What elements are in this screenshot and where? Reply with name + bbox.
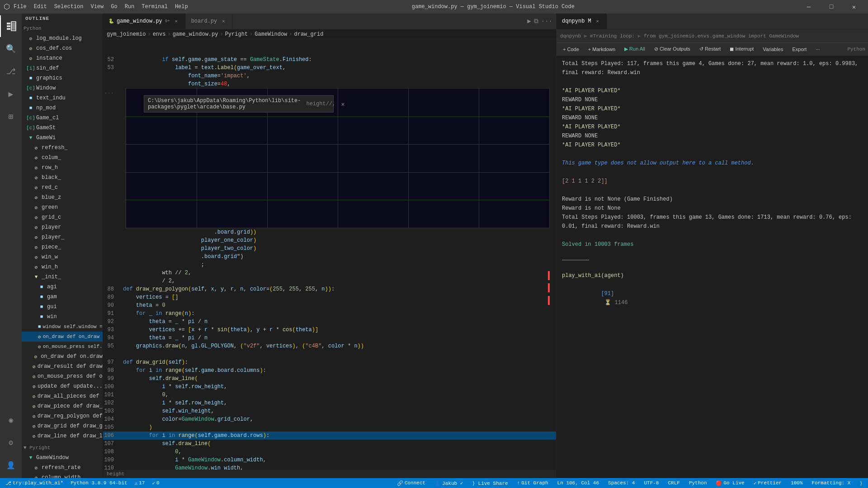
statusbar-language[interactable]: Python: [687, 480, 709, 486]
tab-close-dqnpynb[interactable]: ✕: [594, 18, 601, 25]
sidebar-item-log[interactable]: ⊘log_module.log: [22, 33, 103, 43]
menu-selection[interactable]: Selection: [54, 4, 84, 10]
statusbar-branch[interactable]: ⎇ try:play_with_ai*: [4, 480, 65, 486]
sidebar-item-agi[interactable]: ■agi: [22, 282, 103, 292]
breadcrumb-drawgrid[interactable]: draw_grid: [294, 31, 324, 38]
run-icon[interactable]: ▶: [527, 17, 531, 25]
hover-popup-close-button[interactable]: ✕: [341, 100, 344, 108]
sidebar-item-black[interactable]: ⊘black_: [22, 173, 103, 183]
statusbar-prettier[interactable]: ✓ Prettier: [752, 480, 783, 486]
statusbar-encoding[interactable]: UTF-8: [642, 480, 660, 486]
sidebar-item-text[interactable]: ■text_indu: [22, 93, 103, 103]
settings-icon[interactable]: ⚙: [0, 432, 22, 454]
menu-go[interactable]: Go: [111, 4, 117, 10]
statusbar-gitgraph[interactable]: ↑ Git Graph: [515, 480, 550, 486]
sidebar-item-player1[interactable]: ⊘player: [22, 222, 103, 232]
sidebar-item-drawpiece[interactable]: ⊘draw_piece def draw_a...: [22, 401, 103, 411]
sidebar-item-blue[interactable]: ⊘blue_z: [22, 192, 103, 202]
jb-import[interactable]: from gym_joinemio.envs.game_window impor…: [644, 33, 799, 39]
sidebar-item-ondraw[interactable]: ⊘on_draw def on_draw = ...: [22, 332, 103, 342]
export-button[interactable]: Export: [788, 44, 810, 54]
sidebar-item-graphics[interactable]: ■graphics: [22, 73, 103, 83]
sidebar-item-column[interactable]: ⊘colum_: [22, 153, 103, 163]
menu-help[interactable]: Help: [175, 4, 188, 10]
statusbar-liveshare[interactable]: ⟩ Live Share: [470, 480, 509, 486]
statusbar-golive[interactable]: 🔴 Go Live: [714, 480, 746, 486]
statusbar-warnings[interactable]: ⚠ 17: [133, 480, 147, 486]
sidebar-item-drawresult[interactable]: ⊘draw_result def draw_result: [22, 361, 103, 371]
breadcrumb-pyright[interactable]: Pyright: [225, 31, 248, 38]
jupyter-output[interactable]: Total Steps Played: 117, frames this gam…: [557, 56, 868, 478]
menu-file[interactable]: File: [14, 4, 27, 10]
sidebar-item-onmousepress[interactable]: ⊘on_mouse_press def on_m...: [22, 371, 103, 381]
tab-close-board[interactable]: ✕: [220, 18, 227, 25]
more-actions-button[interactable]: ···: [812, 44, 823, 54]
sidebar-item-gam[interactable]: ■gam: [22, 292, 103, 302]
search-icon[interactable]: 🔍: [0, 38, 22, 60]
source-control-icon[interactable]: ⎇: [0, 61, 22, 82]
statusbar-connect[interactable]: 🔗 Connect: [395, 480, 427, 486]
statusbar-eol[interactable]: CRLF: [666, 480, 681, 486]
sidebar-pyright-gamewindow[interactable]: ▼GameWindow: [22, 453, 103, 463]
sidebar-item-game[interactable]: [c]Game_cl: [22, 113, 103, 123]
sidebar-item-cos[interactable]: ⊘cos_def.cos: [22, 43, 103, 53]
sidebar-item-winw[interactable]: ⊘win_w: [22, 252, 103, 262]
menu-terminal[interactable]: Terminal: [142, 4, 168, 10]
sidebar-item-grid[interactable]: ⊘grid_c: [22, 212, 103, 222]
statusbar-errors[interactable]: ✓ 0: [150, 480, 161, 486]
statusbar-formatting[interactable]: Formatting: X: [810, 480, 853, 486]
sidebar-item-player2[interactable]: ⊘player_: [22, 232, 103, 242]
tab-dqnpynb[interactable]: dqnpynb M ✕: [557, 14, 607, 29]
sidebar-section-pyright[interactable]: ▼ Pyright: [22, 443, 103, 453]
sidebar-item-init[interactable]: ▼_init_: [22, 272, 103, 282]
sidebar-item-refresh[interactable]: ⊘refresh_: [22, 143, 103, 153]
jupyter-icon[interactable]: ◉: [0, 409, 22, 431]
maximize-button[interactable]: □: [821, 0, 842, 14]
tab-board[interactable]: board.py ✕: [186, 14, 233, 29]
sidebar-item-window[interactable]: [c]Window: [22, 83, 103, 93]
tab-game-window[interactable]: 🐍 game_window.py 9+ ✕: [103, 14, 186, 29]
sidebar-item-drawregpolygon[interactable]: ⊘draw_reg_polygon def draw_re...: [22, 411, 103, 421]
tab-close-game-window[interactable]: ✕: [173, 18, 180, 25]
explorer-icon[interactable]: [0, 15, 22, 37]
sidebar-item-piece[interactable]: ⊘piece_: [22, 242, 103, 252]
run-all-button[interactable]: ▶ Run All: [621, 44, 649, 54]
extensions-icon[interactable]: ⊞: [0, 106, 22, 127]
sidebar-item-instance[interactable]: ⊘instance: [22, 53, 103, 63]
code-button[interactable]: + Code: [559, 44, 583, 54]
sidebar-item-np[interactable]: ■np_mod: [22, 103, 103, 113]
minimize-button[interactable]: —: [798, 0, 819, 14]
split-editor-icon[interactable]: ⧉: [534, 18, 538, 25]
sidebar-item-red[interactable]: ⊘red_c: [22, 183, 103, 192]
statusbar-position[interactable]: Ln 106, Col 46: [556, 480, 601, 486]
breadcrumb-file[interactable]: game_window.py: [173, 31, 218, 38]
breadcrumb-gamewindow[interactable]: GameWindow: [255, 31, 287, 38]
sidebar-item-green[interactable]: ⊘green: [22, 202, 103, 212]
sidebar-item-win[interactable]: ■win: [22, 312, 103, 322]
accounts-icon[interactable]: 👤: [0, 455, 22, 476]
sidebar-item-gamestate[interactable]: [c]GameSt: [22, 123, 103, 133]
sidebar-item-window-var[interactable]: ■window self.window = Wind...: [22, 322, 103, 332]
breadcrumb-envs[interactable]: envs: [153, 31, 166, 38]
clear-outputs-button[interactable]: ⊘ Clear Outputs: [651, 44, 694, 54]
sidebar-item-gamewindow[interactable]: ▼GameWi: [22, 133, 103, 143]
run-debug-icon[interactable]: ▶: [0, 83, 22, 105]
menu-edit[interactable]: Edit: [34, 4, 47, 10]
sidebar-item-drawgrid[interactable]: ⊘draw_grid def draw_grid: [22, 421, 103, 431]
sidebar-item-onmouse[interactable]: ⊘on_mouse_press self.on...: [22, 342, 103, 352]
sidebar-item-sin[interactable]: [i]sin_def: [22, 63, 103, 73]
variables-button[interactable]: Variables: [759, 44, 787, 54]
jb-training[interactable]: #Training loop:: [590, 33, 635, 39]
markdown-button[interactable]: + Markdown: [585, 44, 619, 54]
jb-dqn[interactable]: dqnpynb: [560, 33, 581, 39]
sidebar-item-drawline[interactable]: ⊘draw_line def draw_line: [22, 431, 103, 441]
statusbar-python[interactable]: Python 3.8.9 64-bit: [69, 480, 129, 486]
statusbar-zoom[interactable]: 100%: [789, 480, 804, 486]
sidebar-item-gui[interactable]: ■gui: [22, 302, 103, 312]
sidebar-item-ondraw2[interactable]: ⊘on_draw def on.draw: [22, 352, 103, 361]
sidebar-section-python[interactable]: Python: [22, 23, 103, 33]
interrupt-button[interactable]: ◼ Interrupt: [726, 44, 757, 54]
sidebar-item-row[interactable]: ⊘row_h: [22, 163, 103, 173]
statusbar-user[interactable]: 👤 Jakub ✓: [433, 480, 465, 486]
statusbar-spaces[interactable]: Spaces: 4: [606, 480, 637, 486]
